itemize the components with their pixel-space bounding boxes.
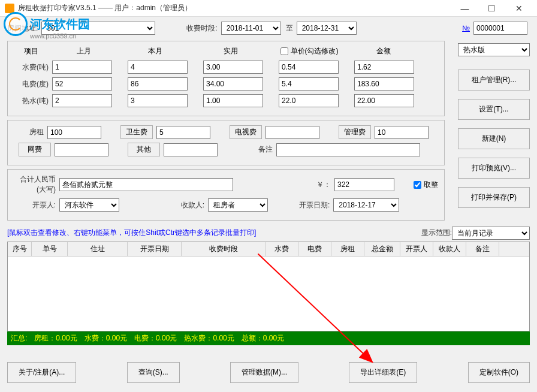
cn-amount-input[interactable] (59, 178, 233, 191)
mode-select[interactable]: 热水版 (458, 43, 530, 56)
print-preview-button[interactable]: 打印预览(V)... (458, 158, 530, 179)
clean-input[interactable] (156, 126, 210, 139)
payee-select[interactable]: 租房者 (208, 198, 268, 212)
mgmt-input[interactable] (375, 126, 429, 139)
remark-input[interactable] (276, 143, 420, 156)
tv-label-btn[interactable]: 电视费 (230, 125, 262, 139)
range-label: 显示范围: (421, 228, 452, 238)
hotwater-actual[interactable] (203, 94, 263, 107)
date-to-select[interactable]: 2018-12-31 (297, 22, 357, 35)
col-current: 本月 (119, 46, 191, 57)
col-price: 单价(勾选修改) (270, 46, 348, 57)
row-hotwater: 热水(吨) (14, 94, 438, 107)
col-actual: 实用 (195, 46, 267, 57)
other-input[interactable] (164, 143, 218, 156)
watermark-logo: 河东软件园 www.pc0359.cn (0, 12, 120, 36)
issue-date-select[interactable]: 2018-12-17 (333, 198, 399, 212)
fees-panel: 房租 卫生费 电视费 管理费 网费 其他 备注 (7, 120, 445, 165)
other-label-btn[interactable]: 其他 (128, 143, 160, 156)
hotwater-last[interactable] (52, 94, 112, 107)
mgmt-label-btn[interactable]: 管理费 (339, 125, 371, 139)
electric-amount[interactable] (354, 77, 414, 91)
range-select[interactable]: 当前月记录 (452, 227, 530, 240)
window-controls: — ☐ ✕ (451, 0, 532, 17)
electric-price[interactable] (279, 77, 339, 91)
hotwater-price[interactable] (279, 94, 339, 107)
net-label-btn[interactable]: 网费 (19, 143, 51, 156)
logo-name: 河东软件园 (30, 16, 90, 32)
hotwater-amount[interactable] (354, 94, 414, 107)
electric-actual[interactable] (203, 77, 263, 91)
col-amount: 金额 (352, 46, 415, 57)
net-input[interactable] (55, 143, 108, 156)
bottom-toolbar: 关于/注册(A)... 查询(S)... 管理数据(M)... 导出详细表(E)… (0, 350, 537, 389)
logo-url: www.pc0359.cn (30, 32, 76, 40)
settings-button[interactable]: 设置(T)... (458, 99, 530, 120)
water-last[interactable] (52, 61, 112, 74)
summary-bar: 汇总:房租：0.00元 水费：0.00元 电费：0.00元 热水费：0.00元 … (7, 331, 530, 345)
row-electric: 电费(度) (14, 77, 438, 91)
maximize-button[interactable]: ☐ (478, 0, 505, 17)
tv-input[interactable] (266, 126, 319, 139)
table-header: 序号 单号 住址 开票日期 收费时段 水费 电费 房租 总金额 开票人 收款人 … (8, 242, 529, 257)
about-register-button[interactable]: 关于/注册(A)... (7, 362, 76, 383)
rent-input[interactable] (47, 126, 101, 139)
electric-last[interactable] (52, 77, 112, 91)
col-last: 上月 (52, 46, 116, 57)
custom-software-button[interactable]: 定制软件(O) (468, 362, 530, 383)
print-save-button[interactable]: 打印并保存(P) (458, 187, 530, 208)
query-button[interactable]: 查询(S)... (127, 362, 180, 383)
totals-panel: 合计人民币 (大写) ￥： 取整 开票人: 河东软件 收款人: 租房者 开票日期… (7, 169, 445, 221)
records-hint: [鼠标双击查看修改、右键功能菜单，可按住Shit或Ctr键选中多条记录批量打印] (7, 228, 256, 238)
sidebar: 热水版 租户管理(R)... 设置(T)... 新建(N) 打印预览(V)...… (458, 43, 530, 216)
yen-amount-input[interactable] (334, 178, 394, 191)
hotwater-current[interactable] (128, 94, 188, 107)
water-current[interactable] (128, 61, 188, 74)
tenant-mgmt-button[interactable]: 租户管理(R)... (458, 70, 530, 91)
new-button[interactable]: 新建(N) (458, 128, 530, 149)
round-checkbox[interactable] (414, 181, 421, 189)
logo-icon (4, 12, 28, 36)
row-water: 水费(吨) (14, 61, 438, 74)
serial-input[interactable] (473, 22, 527, 35)
issuer-select[interactable]: 河东软件 (59, 198, 119, 212)
date-to-label: 至 (285, 23, 293, 34)
serial-label: № (462, 24, 470, 32)
export-detail-button[interactable]: 导出详细表(E) (349, 362, 417, 383)
price-edit-checkbox[interactable] (280, 47, 288, 55)
round-checkbox-wrap[interactable]: 取整 (414, 180, 438, 190)
col-item: 项目 (14, 46, 49, 57)
clean-label-btn[interactable]: 卫生费 (120, 125, 153, 139)
water-amount[interactable] (354, 61, 414, 74)
manage-data-button[interactable]: 管理数据(M)... (230, 362, 298, 383)
minimize-button[interactable]: — (451, 0, 478, 17)
close-button[interactable]: ✕ (505, 0, 532, 17)
date-from-select[interactable]: 2018-11-01 (221, 22, 281, 35)
electric-current[interactable] (128, 77, 188, 91)
usage-panel: 项目 上月 本月 实用 单价(勾选修改) 金额 水费(吨) (7, 41, 445, 116)
period-label: 收费时段: (186, 23, 217, 34)
records-table[interactable]: 序号 单号 住址 开票日期 收费时段 水费 电费 房租 总金额 开票人 收款人 … (7, 242, 530, 331)
water-actual[interactable] (203, 61, 263, 74)
water-price[interactable] (279, 61, 339, 74)
